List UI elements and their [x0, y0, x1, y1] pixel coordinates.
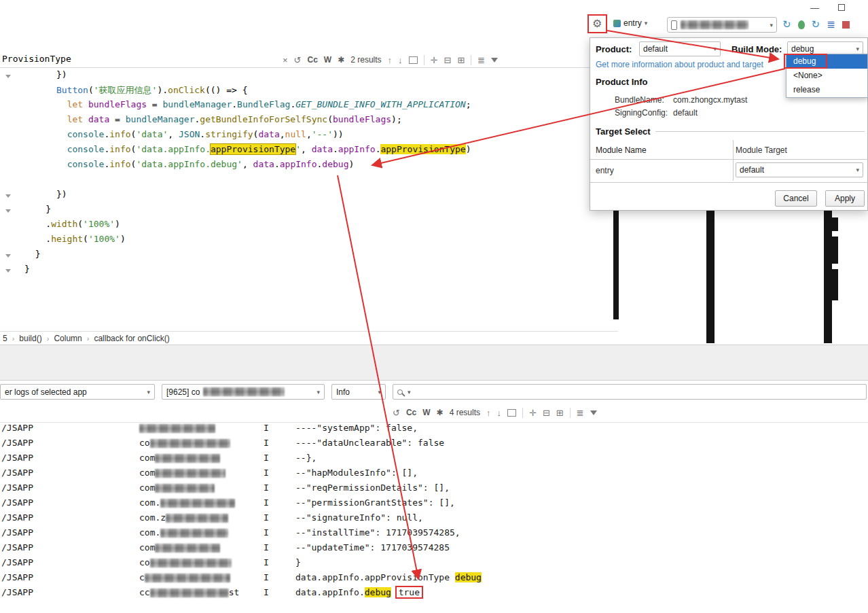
log-row[interactable]: /JSAPPcoI} [0, 557, 868, 572]
match-case-toggle[interactable]: Cc [406, 408, 416, 417]
log-row[interactable]: /JSAPPcomI--}, [0, 453, 868, 468]
stop-icon[interactable] [842, 21, 850, 29]
regex-toggle[interactable]: ✱ [437, 408, 444, 417]
add-occurrence-icon[interactable]: ✛ [529, 408, 537, 418]
filter-lines-icon[interactable]: ≣ [577, 408, 584, 418]
log-row[interactable]: /JSAPPcomI--"reqPermissionDetails": [], [0, 483, 868, 497]
code-token: stringify [205, 129, 253, 139]
attach-profiler-icon[interactable]: ≣ [827, 17, 835, 32]
close-icon[interactable]: × [283, 55, 288, 65]
code-token [24, 159, 67, 169]
prev-occurrence-icon[interactable]: ↑ [486, 408, 491, 418]
results-count: 4 results [450, 408, 480, 417]
regex-toggle[interactable]: ✱ [338, 55, 344, 65]
log-search-input[interactable]: ▾ [393, 384, 867, 400]
log-row[interactable]: /JSAPPcom.I--"installTime": 171703957428… [0, 527, 868, 542]
code-line[interactable]: }) [24, 69, 471, 84]
settings-gear-icon[interactable]: ⚙ [592, 17, 602, 30]
code-line[interactable]: console.info('data', JSON.stringify(data… [24, 129, 471, 144]
next-occurrence-icon[interactable]: ↓ [398, 55, 403, 65]
search-history-icon[interactable]: ↺ [294, 55, 302, 65]
code-line[interactable]: let bundleFlags = bundleManager.BundleFl… [24, 99, 471, 114]
log-row[interactable]: /JSAPPI----"systemApp": false, [0, 423, 868, 438]
fold-marker-icon[interactable] [5, 194, 11, 198]
next-occurrence-icon[interactable]: ↓ [497, 408, 502, 418]
log-package-masked [139, 423, 215, 433]
in-selection-icon[interactable] [507, 409, 516, 417]
code-editor[interactable]: }) Button('获取应用信息').onClick(() => { let … [0, 68, 618, 331]
fold-marker-icon[interactable] [5, 209, 11, 213]
cancel-button[interactable]: Cancel [775, 190, 817, 207]
breadcrumb-item[interactable]: Column [54, 334, 82, 343]
build-mode-option-release[interactable]: release [786, 83, 867, 97]
exclude-occurrence-icon[interactable]: ⊟ [444, 55, 452, 65]
code-token: appProvisionType [380, 144, 465, 154]
code-line[interactable]: Button('获取应用信息').onClick(() => { [24, 84, 471, 99]
whole-words-toggle[interactable]: W [324, 55, 331, 65]
match-case-toggle[interactable]: Cc [308, 55, 318, 65]
exclude-occurrence-icon[interactable]: ⊟ [543, 408, 550, 418]
code-line[interactable]: } [24, 264, 471, 279]
breadcrumb-item[interactable]: 5 [3, 334, 7, 343]
log-row[interactable]: /JSAPPcomI--"hapModulesInfo": [], [0, 468, 868, 483]
filter-funnel-icon[interactable] [491, 58, 498, 63]
run-configuration-selector[interactable]: entry ▾ [613, 18, 647, 28]
debug-bug-icon[interactable] [798, 20, 805, 29]
search-history-icon[interactable]: ↺ [393, 408, 400, 418]
code-line[interactable]: } [24, 249, 471, 264]
module-target-dropdown[interactable]: default ▾ [736, 162, 863, 177]
breadcrumb-item[interactable]: build() [19, 334, 41, 343]
log-row[interactable]: /JSAPPcoI----"dataUnclearable": false [0, 438, 868, 453]
log-level-dropdown[interactable]: Info ▾ [331, 384, 386, 400]
code-token: , [168, 129, 179, 139]
more-info-link[interactable]: Get more information about product and t… [596, 60, 763, 69]
select-all-occurrences-icon[interactable]: ⊞ [457, 55, 465, 65]
add-occurrence-icon[interactable]: ✛ [431, 55, 438, 65]
log-process-dropdown[interactable]: [9625] co ▾ [162, 384, 325, 400]
restart-app-icon[interactable]: ↻ [812, 17, 820, 32]
code-line[interactable]: console.info('data.appInfo.debug', data.… [24, 159, 471, 174]
maximize-icon[interactable] [838, 4, 845, 11]
code-token: , [242, 159, 253, 169]
code-token: bundleFlags [88, 99, 147, 109]
select-all-occurrences-icon[interactable]: ⊞ [556, 408, 564, 418]
code-line[interactable]: } [24, 204, 471, 219]
breadcrumb-separator: › [47, 334, 50, 343]
build-mode-option-debug[interactable]: debug [786, 54, 867, 69]
log-row[interactable]: /JSAPPcIdata.appInfo.appProvisionType de… [0, 572, 868, 587]
apply-button[interactable]: Apply [825, 190, 865, 207]
code-line[interactable] [24, 174, 471, 189]
build-mode-option-<None>[interactable]: <None> [786, 69, 867, 83]
search-query[interactable]: ProvisionType [2, 54, 71, 64]
minimize-icon[interactable]: — [810, 3, 819, 13]
module-name-cell: entry [596, 166, 614, 175]
whole-words-toggle[interactable]: W [422, 408, 430, 417]
breadcrumb-item[interactable]: callback for onClick() [94, 334, 169, 343]
code-line[interactable]: .height('100%') [24, 234, 471, 249]
product-dropdown[interactable]: default ▾ [639, 41, 721, 56]
code-line[interactable]: .width('100%') [24, 219, 471, 234]
code-line[interactable]: console.info('data.appInfo.appProvisionT… [24, 144, 471, 159]
code-token: , [280, 129, 285, 139]
log-row[interactable]: /JSAPPcom.zI--"signatureInfo": null, [0, 512, 868, 527]
filter-funnel-icon[interactable] [590, 410, 597, 415]
sync-icon[interactable]: ↻ [782, 17, 791, 32]
log-level: I [264, 542, 269, 553]
bundle-name-label: BundleName: [615, 95, 664, 105]
fold-marker-icon[interactable] [5, 75, 11, 78]
log-row[interactable]: /JSAPPccstIdata.appInfo.debug true [0, 587, 868, 602]
log-text: --"installTime": 1717039574285, [295, 527, 460, 538]
log-row[interactable]: /JSAPPcomI--"updateTime": 1717039574285 [0, 542, 868, 557]
code-token: 'data' [136, 129, 168, 139]
filter-lines-icon[interactable]: ≣ [477, 55, 485, 65]
log-app-filter-dropdown[interactable]: er logs of selected app ▾ [0, 384, 155, 400]
code-line[interactable]: }) [24, 189, 471, 204]
fold-marker-icon[interactable] [5, 254, 11, 258]
device-selector[interactable]: ▾ [667, 17, 777, 33]
in-selection-icon[interactable] [409, 56, 418, 64]
log-level: I [264, 468, 269, 478]
prev-occurrence-icon[interactable]: ↑ [388, 55, 393, 65]
log-row[interactable]: /JSAPPcom.I--"permissionGrantStates": []… [0, 497, 868, 512]
fold-marker-icon[interactable] [5, 269, 11, 273]
code-line[interactable]: let data = bundleManager.getBundleInfoFo… [24, 114, 471, 129]
